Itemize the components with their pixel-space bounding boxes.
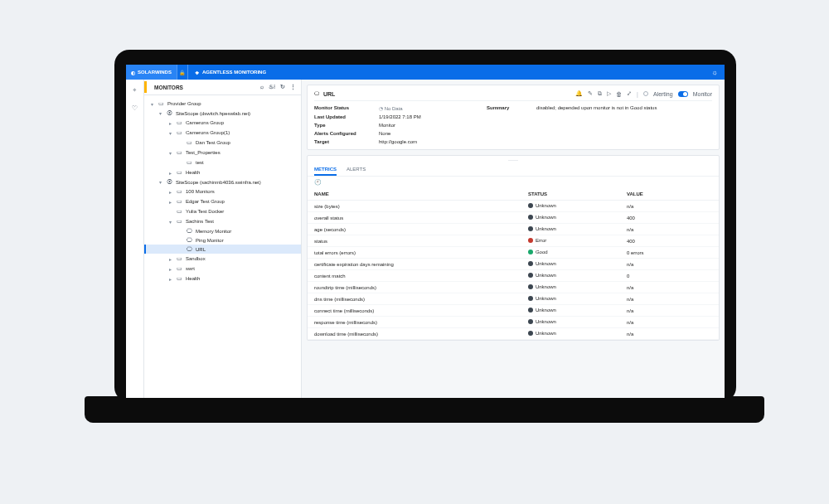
- metric-row[interactable]: statusError400: [308, 235, 719, 247]
- tab-alerts[interactable]: ALERTS: [347, 167, 366, 176]
- bell-icon[interactable]: 🔔: [575, 90, 583, 97]
- caret-icon[interactable]: ▾: [158, 110, 162, 116]
- tree-row[interactable]: ▾⦿SiteScope (dswitch.hpeswlab.net): [144, 109, 301, 118]
- status-dot-icon: [528, 226, 533, 231]
- metric-value: n/a: [620, 201, 719, 212]
- filter-icon[interactable]: ♨⁝: [269, 84, 275, 90]
- tree-row[interactable]: ▭Dan Test Group: [144, 138, 301, 148]
- caret-icon[interactable]: ▸: [167, 189, 172, 195]
- caret-icon[interactable]: ▾: [167, 219, 172, 225]
- refresh-icon[interactable]: ↻: [280, 84, 285, 90]
- tree-row[interactable]: 🖵URL: [144, 245, 301, 254]
- tree-row[interactable]: ▸▭Health: [144, 274, 301, 284]
- caret-icon[interactable]: ▸: [167, 199, 172, 205]
- alerting-label: Alerting: [653, 91, 673, 97]
- breadcrumb[interactable]: ❖ AGENTLESS MONITORING: [188, 65, 273, 80]
- caret-icon[interactable]: ▸: [167, 170, 172, 176]
- caret-icon[interactable]: ▾: [167, 150, 172, 156]
- delete-icon[interactable]: 🗑: [616, 91, 622, 97]
- node-icon: ▭: [186, 139, 192, 146]
- expand-icon[interactable]: ⤢: [627, 90, 632, 97]
- tree-row[interactable]: ▾▭Camerons Group(1): [144, 128, 301, 138]
- tree-row[interactable]: ▾▭Sachins Test: [144, 216, 301, 226]
- col-name[interactable]: NAME: [308, 188, 521, 201]
- status-dot-icon: [528, 284, 533, 289]
- tree-row[interactable]: ▸▭Health: [144, 167, 301, 177]
- metric-value: 400: [620, 212, 719, 224]
- node-icon: ▭: [186, 159, 192, 166]
- node-icon: ▭: [176, 188, 182, 195]
- theme-toggle-icon[interactable]: ☼: [712, 69, 718, 76]
- tab-metrics[interactable]: METRICS: [314, 167, 337, 176]
- alerting-dot: [643, 91, 648, 96]
- caret-icon[interactable]: ▾: [167, 130, 172, 136]
- metric-name: status: [308, 235, 521, 247]
- tree-row[interactable]: ▾▭Test_Properties: [144, 148, 301, 158]
- node-icon: ▭: [176, 198, 182, 205]
- metric-row[interactable]: roundtrip time (milliseconds)Unknownn/a: [308, 282, 719, 293]
- caret-icon[interactable]: ▾: [149, 101, 154, 107]
- node-label: Camerons Group(1): [186, 130, 230, 135]
- node-label: Dan Test Group: [196, 140, 230, 145]
- rail-item-2[interactable]: ♡: [132, 104, 138, 112]
- tree-row[interactable]: ▾▭Provider Group: [144, 99, 301, 109]
- status-dot-icon: [528, 308, 533, 313]
- metric-row[interactable]: age (seconds)Unknownn/a: [308, 224, 719, 235]
- node-icon: ▭: [176, 275, 182, 282]
- brand-box[interactable]: ◐ SOLARWINDS: [126, 65, 177, 80]
- time-range-icon[interactable]: 🕘: [314, 179, 322, 185]
- metric-row[interactable]: total errors (errors)Good0 errors: [308, 247, 719, 259]
- tree-row[interactable]: ▸▭Sandbox: [144, 254, 301, 264]
- metric-name: age (seconds): [308, 224, 521, 235]
- caret-icon[interactable]: ▸: [167, 276, 172, 282]
- col-value[interactable]: VALUE: [620, 188, 719, 201]
- search-icon[interactable]: ⌕: [260, 84, 264, 90]
- kv-type-k: Type: [314, 123, 379, 128]
- more-icon[interactable]: ⋮: [290, 84, 296, 90]
- caret-icon[interactable]: ▸: [167, 120, 172, 126]
- status-dot-icon: [528, 319, 533, 324]
- metric-row[interactable]: overall statusUnknown400: [308, 212, 719, 224]
- tree-row[interactable]: ▭Yulia Test Docker: [144, 206, 301, 216]
- edit-icon[interactable]: ✎: [588, 90, 593, 97]
- resize-grip-icon[interactable]: ⋯⋯: [308, 156, 719, 163]
- run-icon[interactable]: ▷: [607, 90, 611, 97]
- main-content: 🖵 URL 🔔 ✎ ⧉ ▷ 🗑 ⤢ | Alerting Monitor: [302, 80, 725, 398]
- monitors-title: MONITORS: [154, 85, 183, 90]
- metric-row[interactable]: content matchUnknown0: [308, 270, 719, 282]
- caret-icon[interactable]: ▾: [158, 179, 162, 185]
- metric-row[interactable]: download time (milliseconds)Unknownn/a: [308, 328, 719, 340]
- metric-row[interactable]: certificate expiration days remainingUnk…: [308, 259, 719, 270]
- tree-row[interactable]: 🖵Ping Monitor: [144, 235, 301, 245]
- metric-row[interactable]: response time (milliseconds)Unknownn/a: [308, 317, 719, 328]
- tree-row[interactable]: ▭test: [144, 158, 301, 167]
- tree-row[interactable]: ▸▭Camerons Group: [144, 118, 301, 128]
- status-dot-icon: [528, 331, 533, 336]
- metric-value: n/a: [620, 317, 719, 328]
- monitor-toggle[interactable]: [678, 91, 688, 97]
- metrics-tabs: METRICS ALERTS: [308, 163, 719, 177]
- rail-item-1[interactable]: ⌖: [133, 86, 137, 94]
- col-status[interactable]: STATUS: [521, 188, 620, 201]
- caret-icon[interactable]: ▸: [167, 266, 172, 272]
- node-icon: 🖵: [186, 228, 192, 234]
- node-icon: ▭: [176, 129, 182, 136]
- node-label: Ping Monitor: [196, 238, 224, 243]
- lock-button[interactable]: 🔒: [177, 65, 188, 80]
- metric-status: Unknown: [521, 328, 620, 340]
- node-label: swrt: [186, 266, 195, 271]
- metric-row[interactable]: size (bytes)Unknownn/a: [308, 201, 719, 212]
- metric-name: roundtrip time (milliseconds): [308, 282, 521, 293]
- status-dot-icon: [528, 203, 533, 208]
- copy-icon[interactable]: ⧉: [598, 90, 602, 97]
- tree-row[interactable]: ▸▭100 Monitors: [144, 187, 301, 196]
- tree-row[interactable]: ▸▭Edgar Test Group: [144, 196, 301, 206]
- tree-row[interactable]: ▾⦿SiteScope (sachinmb4036.swinfra.net): [144, 177, 301, 187]
- kv-monitor-status-k: Monitor Status: [314, 105, 379, 111]
- status-dot-icon: [528, 215, 533, 220]
- tree-row[interactable]: 🖵Memory Monitor: [144, 226, 301, 235]
- tree-row[interactable]: ▸▭swrt: [144, 264, 301, 274]
- caret-icon[interactable]: ▸: [167, 256, 172, 262]
- metric-row[interactable]: connect time (milliseconds)Unknownn/a: [308, 305, 719, 317]
- metric-row[interactable]: dns time (milliseconds)Unknownn/a: [308, 293, 719, 305]
